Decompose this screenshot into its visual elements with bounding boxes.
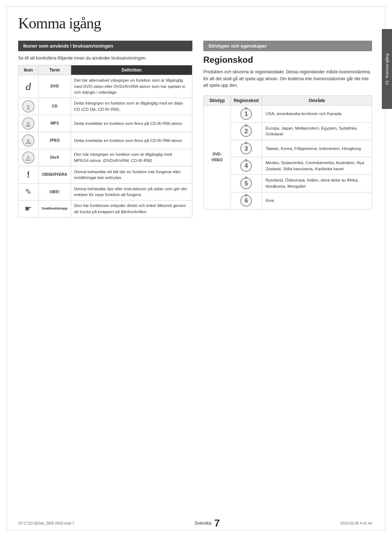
footer-right: 2010-05-06 4:41:44 <box>340 521 372 525</box>
skivtyp-cell: DVD-VIDEO <box>204 105 231 209</box>
table-row: JPEG JPEGDetta innefattar en funktion so… <box>19 132 192 149</box>
two-column-layout: Ikoner som används i bruksanvisningen Se… <box>18 41 372 217</box>
col-omrade-header: Område <box>262 95 372 105</box>
intro-text: Se till att kontrollera följande innan d… <box>18 55 192 61</box>
regionskod-cell: 4 <box>231 157 262 175</box>
footer-language: Svenska <box>195 521 211 526</box>
table-row: MP3 MP3Detta innefattar en funktion som … <box>19 115 192 132</box>
definition-cell: Det här alternativet inbegriper en funkt… <box>71 75 192 98</box>
col-regionskod-header: Regionskod <box>231 95 262 105</box>
region-title: Regionskod <box>203 55 372 65</box>
term-cell: Snabbvalsknapp <box>38 200 71 217</box>
main-content: Komma igång Ikoner som används i bruksan… <box>18 15 372 519</box>
table-row: DivX DivXDen här inbegriper en funktion … <box>19 149 192 166</box>
icon-cell: CD <box>19 98 38 115</box>
footer-page: Svenska 7 <box>195 517 220 529</box>
side-tab-text: 01 Komma igång <box>384 53 389 85</box>
regionskod-cell: 3 <box>231 140 262 157</box>
omrade-cell: USA, amerikanska territorier och Kanada <box>262 105 372 122</box>
icon-cell: ☛ <box>19 200 38 217</box>
table-row: ✎OBS!Denna behandlar tips eller instrukt… <box>19 183 192 200</box>
left-column: Ikoner som används i bruksanvisningen Se… <box>18 41 192 217</box>
table-row: ☛SnabbvalsknappDen här funktionen erbjud… <box>19 200 192 217</box>
region-intro: Produkten och skivorna är regionskodade.… <box>203 69 372 89</box>
footer-left: HT-C720-SENA_SWE-0506.indd 7 <box>18 521 74 525</box>
col-icon-header: Ikon <box>19 65 38 75</box>
definition-cell: Den här funktionen erbjuder direkt och e… <box>71 200 192 217</box>
regionskod-cell: 6 <box>231 192 262 209</box>
region-table-row: DVD-VIDEO 1 USA, amerikanska territorier… <box>204 105 372 122</box>
left-section-header: Ikoner som används i bruksanvisningen <box>18 41 192 51</box>
definition-cell: Den här inbegriper en funktion som är ti… <box>71 149 192 166</box>
icon-cell: ✎ <box>19 183 38 200</box>
icon-cell: ! <box>19 166 38 184</box>
footer: HT-C720-SENA_SWE-0506.indd 7 Svenska 7 2… <box>18 517 372 529</box>
definition-cell: Detta innefattar en funktion som finns p… <box>71 132 192 149</box>
omrade-cell: Ryssland, Östeuropa, Indien, stora delar… <box>262 175 372 192</box>
omrade-cell: Taiwan, Korea, Fillippinerna, Indonesien… <box>262 140 372 157</box>
term-cell: DVD <box>38 75 71 98</box>
right-column: Skivtyper och egenskaper Regionskod Prod… <box>203 41 372 217</box>
icons-table: Ikon Term Definition dDVDDet här alterna… <box>18 65 192 217</box>
term-cell: MP3 <box>38 115 71 132</box>
right-section-header: Skivtyper och egenskaper <box>203 41 372 51</box>
definition-cell: Detta innefattar en funktion som finns p… <box>71 115 192 132</box>
term-cell: JPEG <box>38 132 71 149</box>
icon-cell: MP3 <box>19 115 38 132</box>
page-title: Komma igång <box>18 15 372 32</box>
col-term-header: Term <box>38 65 71 75</box>
side-tab: 01 Komma igång <box>382 29 392 109</box>
term-cell: OBSERVERA <box>38 166 71 184</box>
table-row: !OBSERVERADenna behandlar ett fall där e… <box>19 166 192 184</box>
definition-cell: Denna behandlar ett fall där en funktion… <box>71 166 192 184</box>
definition-cell: Detta inbegriper en funktion som är till… <box>71 98 192 115</box>
regionskod-cell: 1 <box>231 105 262 122</box>
footer-page-number: 7 <box>214 517 220 529</box>
regionskod-cell: 5 <box>231 175 262 192</box>
term-cell: DivX <box>38 149 71 166</box>
omrade-cell: Kina <box>262 192 372 209</box>
regionskod-cell: 2 <box>231 122 262 140</box>
icon-cell: d <box>19 75 38 98</box>
definition-cell: Denna behandlar tips eller instruktioner… <box>71 183 192 200</box>
dvd-video-label: DVD-VIDEO <box>211 152 222 162</box>
col-def-header: Definition <box>71 65 192 75</box>
omrade-cell: Europa, Japan, Mellanöstern, Egypten, Sy… <box>262 122 372 140</box>
table-row: dDVDDet här alternativet inbegriper en f… <box>19 75 192 98</box>
term-cell: OBS! <box>38 183 71 200</box>
icon-cell: JPEG <box>19 132 38 149</box>
table-row: CD CDDetta inbegriper en funktion som är… <box>19 98 192 115</box>
col-skivtyp-header: Skivtyp <box>204 95 231 105</box>
icon-cell: DivX <box>19 149 38 166</box>
term-cell: CD <box>38 98 71 115</box>
region-table: Skivtyp Regionskod Område DVD-VIDEO 1 US… <box>203 95 372 209</box>
omrade-cell: Mexiko, Sydamerika, Centralamerika, Aust… <box>262 157 372 175</box>
